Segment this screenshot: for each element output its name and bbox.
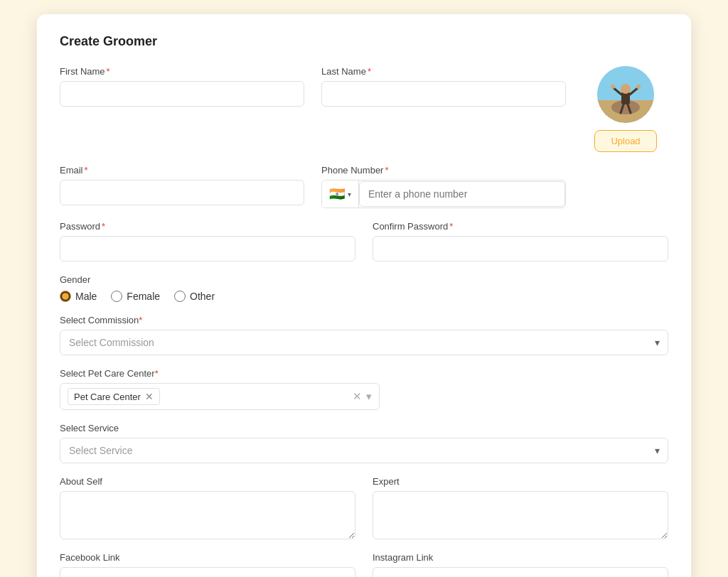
first-name-input[interactable]: [60, 81, 304, 107]
gender-other-option[interactable]: Other: [174, 291, 215, 302]
email-label: Email*: [60, 165, 304, 176]
gender-male-label: Male: [75, 291, 97, 302]
facebook-input[interactable]: [60, 567, 355, 577]
remove-pet-care-tag-button[interactable]: ✕: [145, 391, 154, 402]
about-self-label: About Self: [60, 476, 355, 487]
expert-field: Expert: [373, 476, 668, 539]
confirm-password-label: Confirm Password*: [373, 221, 668, 232]
gender-section: Gender Male Female Other: [60, 274, 668, 302]
phone-flag-selector[interactable]: 🇮🇳 ▾: [322, 180, 359, 207]
gender-female-radio[interactable]: [111, 291, 122, 302]
phone-label: Phone Number*: [321, 165, 566, 176]
pet-care-dropdown-icon[interactable]: ▾: [366, 390, 372, 403]
service-select-wrapper: Select Service: [60, 438, 668, 463]
password-field: Password*: [60, 221, 355, 261]
about-self-field: About Self: [60, 476, 355, 539]
service-field: Select Service Select Service: [60, 423, 668, 463]
commission-select-wrapper: Select Commission: [60, 330, 668, 355]
gender-label: Gender: [60, 274, 668, 285]
svg-point-5: [621, 84, 631, 94]
phone-input-wrapper: 🇮🇳 ▾: [321, 180, 566, 208]
page-title: Create Groomer: [60, 34, 668, 49]
gender-female-label: Female: [127, 291, 160, 302]
facebook-field: Facebook Link: [60, 552, 355, 577]
instagram-label: Instagram Link: [373, 552, 668, 563]
service-select[interactable]: Select Service: [60, 438, 668, 463]
create-groomer-modal: Create Groomer First Name* Last Name*: [37, 14, 691, 577]
confirm-password-field: Confirm Password*: [373, 221, 668, 261]
last-name-label: Last Name*: [321, 66, 566, 77]
gender-options: Male Female Other: [60, 291, 668, 302]
svg-point-8: [611, 85, 615, 89]
first-name-label: First Name*: [60, 66, 304, 77]
flag-chevron-icon: ▾: [348, 190, 351, 198]
email-field: Email*: [60, 165, 304, 208]
expert-input[interactable]: [373, 491, 668, 539]
pet-care-actions: ✕ ▾: [353, 390, 372, 403]
phone-input[interactable]: [359, 181, 565, 207]
about-self-input[interactable]: [60, 491, 355, 539]
gender-female-option[interactable]: Female: [111, 291, 160, 302]
gender-male-radio[interactable]: [60, 291, 71, 302]
pet-care-select-wrapper[interactable]: Pet Care Center ✕ ✕ ▾: [60, 383, 380, 410]
instagram-field: Instagram Link: [373, 552, 668, 577]
commission-select[interactable]: Select Commission: [60, 330, 668, 355]
password-input[interactable]: [60, 236, 355, 261]
service-label: Select Service: [60, 423, 668, 433]
expert-label: Expert: [373, 476, 668, 487]
svg-point-9: [636, 85, 641, 89]
gender-other-radio[interactable]: [174, 291, 186, 302]
last-name-input[interactable]: [321, 81, 566, 107]
instagram-input[interactable]: [373, 567, 668, 577]
commission-field: Select Commission* Select Commission: [60, 315, 668, 355]
avatar-section: Upload: [583, 66, 668, 152]
pet-care-tag: Pet Care Center ✕: [68, 388, 160, 405]
pet-care-label: Select Pet Care Center*: [60, 368, 668, 379]
last-name-field: Last Name*: [321, 66, 566, 152]
commission-label: Select Commission*: [60, 315, 668, 325]
email-input[interactable]: [60, 180, 304, 205]
phone-field: Phone Number* 🇮🇳 ▾: [321, 165, 566, 208]
gender-other-label: Other: [190, 291, 215, 302]
confirm-password-input[interactable]: [373, 236, 668, 261]
pet-care-field: Select Pet Care Center* Pet Care Center …: [60, 368, 668, 410]
india-flag-icon: 🇮🇳: [329, 186, 345, 202]
avatar: [597, 66, 654, 123]
upload-button[interactable]: Upload: [594, 130, 656, 152]
pet-care-clear-icon[interactable]: ✕: [353, 390, 362, 403]
first-name-field: First Name*: [60, 66, 304, 152]
password-label: Password*: [60, 221, 355, 232]
gender-male-option[interactable]: Male: [60, 291, 97, 302]
facebook-label: Facebook Link: [60, 552, 355, 563]
